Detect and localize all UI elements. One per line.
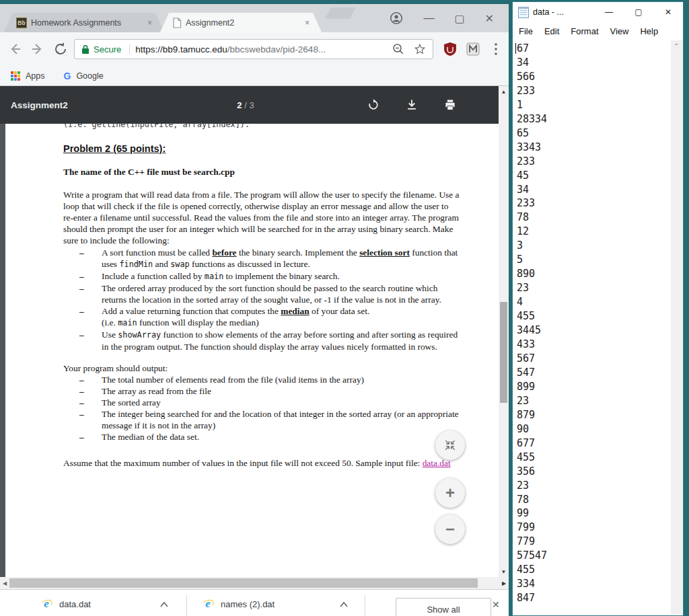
- text-segment: selection sort: [359, 247, 410, 258]
- notepad-line: 65: [517, 126, 671, 141]
- bullet-marker: [63, 317, 102, 329]
- chevron-up-icon[interactable]: [340, 602, 348, 607]
- notepad-maximize-button[interactable]: ▢: [624, 7, 653, 17]
- notepad-text-area[interactable]: 6734566233128334653343233453423378123589…: [513, 40, 671, 615]
- notepad-line: 28334: [517, 112, 671, 126]
- bullet-item: –The ordered array produced by the sort …: [63, 282, 460, 305]
- vertical-scroll-thumb[interactable]: [500, 302, 507, 403]
- menu-help[interactable]: Help: [640, 26, 658, 36]
- bookmark-google[interactable]: Google: [76, 71, 103, 81]
- scroll-right-icon[interactable]: ▶: [499, 580, 509, 586]
- pdf-viewport[interactable]: (i.e. getline(inputFile, array[index]). …: [0, 124, 499, 577]
- menu-format[interactable]: Format: [571, 26, 598, 36]
- notepad-line: 566: [517, 70, 671, 84]
- bullet-item: –Use showArray function to show elements…: [63, 329, 460, 352]
- notepad-line: 3445: [517, 323, 671, 338]
- new-tab-button[interactable]: [325, 7, 356, 19]
- bullet-text: The sorted array: [102, 397, 460, 408]
- notepad-line: 433: [517, 338, 671, 352]
- menu-edit[interactable]: Edit: [544, 26, 559, 36]
- text-segment: findMin: [119, 260, 153, 269]
- bookmark-star-icon[interactable]: [414, 43, 426, 55]
- download-item-data-dat[interactable]: e data.dat: [40, 598, 91, 610]
- text-segment: Assume that the maximum number of values…: [63, 458, 423, 468]
- scroll-up-icon[interactable]: ▲: [499, 86, 509, 97]
- forward-icon[interactable]: [30, 41, 46, 57]
- profile-avatar-icon[interactable]: [390, 11, 403, 25]
- notepad-minimize-button[interactable]: —: [594, 7, 624, 17]
- chevron-up-icon[interactable]: [160, 602, 168, 607]
- doc-subheading: The name of the C++ file must be search.…: [63, 166, 460, 178]
- apps-grid-icon: [11, 71, 20, 81]
- bullet-item: –The array as read from the file: [63, 385, 460, 397]
- menu-view[interactable]: View: [610, 26, 629, 36]
- desktop: { "colors": { "desktop_teal": "#256b73",…: [0, 0, 689, 616]
- notepad-line: 847: [517, 591, 671, 605]
- text-segment: main: [118, 318, 137, 328]
- google-g-icon: G: [64, 71, 71, 81]
- notepad-line: 455: [517, 309, 671, 323]
- text-segment: The sorted array: [102, 397, 161, 408]
- zoom-out-page-icon[interactable]: [392, 43, 404, 55]
- notepad-window: data - ... — ▢ ✕ File Edit Format View H…: [512, 1, 684, 616]
- notepad-line: 455: [517, 451, 671, 465]
- menu-file[interactable]: File: [519, 26, 533, 36]
- tab-close-icon[interactable]: ×: [147, 19, 152, 27]
- ie-file-icon: e: [202, 598, 214, 610]
- bullet-text: The median of the data set.: [102, 431, 460, 442]
- ublock-extension-icon[interactable]: [443, 42, 458, 56]
- tab-assignment2[interactable]: Assignment2 ×: [160, 13, 322, 32]
- address-bar[interactable]: Secure https://bb9.tamucc.edu/bbcswebdav…: [74, 39, 433, 59]
- pdf-vertical-scrollbar[interactable]: ▲ ▼: [499, 86, 509, 577]
- notepad-line: 99: [517, 506, 671, 521]
- maximize-button[interactable]: ▢: [454, 12, 464, 25]
- fit-to-page-button[interactable]: [435, 430, 465, 460]
- notepad-line: 78: [517, 493, 671, 507]
- bookmark-apps[interactable]: Apps: [26, 71, 45, 81]
- minimize-button[interactable]: —: [423, 12, 434, 24]
- secure-label: Secure: [94, 44, 121, 54]
- bullet-marker: –: [63, 408, 102, 431]
- zoom-in-button[interactable]: +: [435, 478, 465, 508]
- horizontal-scroll-thumb[interactable]: [9, 578, 478, 588]
- tab-close-icon[interactable]: ×: [305, 19, 310, 27]
- notepad-line: 356: [517, 465, 671, 479]
- bullet-text: The ordered array produced by the sort f…: [102, 282, 460, 305]
- downloads-bar-close-icon[interactable]: ✕: [492, 599, 500, 610]
- rotate-icon[interactable]: [367, 98, 380, 112]
- horizontal-scrollbar[interactable]: ◀ ▶: [0, 577, 509, 589]
- notepad-titlebar: data - ... — ▢ ✕: [513, 2, 683, 22]
- download-filename[interactable]: names (2).dat: [221, 599, 275, 609]
- notepad-line: 677: [517, 436, 671, 451]
- back-icon[interactable]: [7, 41, 23, 57]
- text-segment: The array as read from the file: [102, 386, 211, 396]
- tab-title: Homework Assignments: [31, 18, 143, 28]
- minus-icon: −: [445, 520, 455, 539]
- scroll-left-icon[interactable]: ◀: [0, 580, 9, 586]
- url-text[interactable]: https://bb9.tamucc.edu/bbcswebdav/pid-26…: [135, 44, 392, 54]
- refresh-icon[interactable]: [52, 41, 69, 57]
- notepad-scrollbar[interactable]: ⌃: [671, 40, 682, 615]
- close-button[interactable]: ✕: [485, 12, 494, 25]
- doc-intro-paragraph: Write a program that will read data from…: [63, 189, 460, 246]
- scroll-down-icon[interactable]: ▼: [499, 566, 509, 577]
- menu-dots-icon[interactable]: [490, 42, 502, 56]
- bullet-marker: –: [63, 305, 102, 317]
- notepad-close-button[interactable]: ✕: [653, 7, 683, 17]
- download-item-names-dat[interactable]: e names (2).dat: [202, 598, 275, 610]
- scroll-up-icon[interactable]: ⌃: [671, 40, 682, 52]
- download-filename[interactable]: data.dat: [59, 599, 91, 609]
- zoom-out-button[interactable]: −: [435, 514, 465, 544]
- bullet-text: Use showArray function to show elements …: [102, 329, 460, 352]
- notepad-line: 455: [517, 563, 671, 577]
- download-icon[interactable]: [405, 98, 419, 112]
- m-extension-icon[interactable]: [466, 42, 480, 56]
- tab-homework-assignments[interactable]: Bb Homework Assignments ×: [4, 13, 164, 32]
- print-icon[interactable]: [443, 98, 457, 112]
- doc-bullet-list-2: –The total number of elements read from …: [63, 374, 460, 442]
- pdf-page-indicator: 2 / 3: [205, 100, 286, 110]
- bullet-text: The integer being searched for and the l…: [102, 408, 460, 431]
- text-segment: The median of the data set.: [102, 432, 199, 442]
- doc-output-heading: Your program should output:: [63, 362, 460, 374]
- show-all-downloads-button[interactable]: Show all: [396, 598, 491, 616]
